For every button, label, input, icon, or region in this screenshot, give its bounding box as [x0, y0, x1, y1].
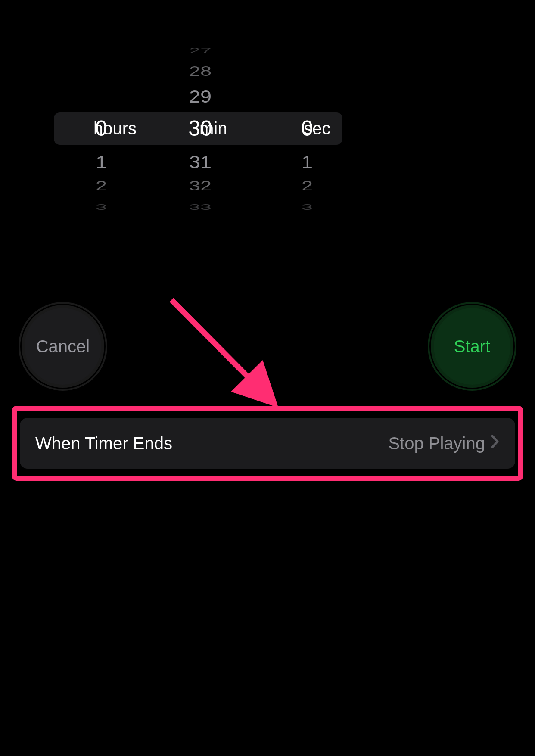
cancel-button-label: Cancel [36, 337, 90, 356]
time-picker[interactable]: 0 1 2 3 hours 27 28 29 30 31 32 33 min 0… [54, 32, 481, 218]
chevron-right-icon [491, 434, 500, 452]
minutes-label: min [199, 112, 227, 145]
picker-option: 28 [157, 63, 243, 80]
picker-option: 27 [157, 46, 243, 56]
when-timer-ends-label: When Timer Ends [35, 434, 388, 453]
picker-option: 33 [157, 202, 243, 212]
start-button-label: Start [454, 337, 490, 356]
action-buttons-row: Cancel Start [22, 305, 513, 388]
picker-option: 32 [157, 178, 243, 194]
picker-option: 3 [264, 202, 350, 212]
picker-option: 2 [264, 178, 350, 194]
picker-option: 2 [54, 178, 149, 194]
picker-option: 1 [54, 151, 149, 172]
hours-label: hours [93, 112, 137, 145]
picker-option: 3 [54, 202, 149, 212]
when-timer-ends-value: Stop Playing [388, 434, 485, 453]
start-button[interactable]: Start [431, 305, 513, 388]
seconds-label: sec [304, 112, 330, 145]
cancel-button[interactable]: Cancel [22, 305, 104, 388]
when-timer-ends-row[interactable]: When Timer Ends Stop Playing [20, 418, 515, 469]
picker-option: 29 [157, 86, 243, 107]
picker-option: 1 [264, 151, 350, 172]
picker-option: 31 [157, 151, 243, 172]
